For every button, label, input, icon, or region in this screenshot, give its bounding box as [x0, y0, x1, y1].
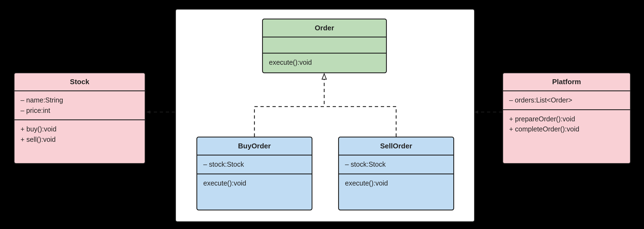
operation: + sell():void — [21, 134, 139, 145]
class-order: Order execute():void — [262, 19, 387, 73]
attribute: – price:int — [21, 105, 139, 116]
class-title: BuyOrder — [197, 137, 312, 155]
operation: execute():void — [203, 178, 306, 189]
class-title: Platform — [503, 73, 630, 91]
operation: execute():void — [269, 57, 380, 68]
class-attributes: – orders:List<Order> — [503, 91, 630, 110]
class-platform: Platform – orders:List<Order> + prepareO… — [502, 72, 631, 164]
class-buyorder: BuyOrder – stock:Stock execute():void — [196, 137, 312, 210]
class-operations: execute():void — [197, 174, 312, 210]
attribute: – name:String — [21, 95, 139, 105]
class-sellorder: SellOrder – stock:Stock execute():void — [338, 137, 454, 210]
class-operations: execute():void — [339, 174, 453, 210]
operation: execute():void — [345, 178, 447, 189]
attribute: – orders:List<Order> — [509, 95, 624, 105]
realize-sell-to-order — [324, 107, 396, 137]
class-operations: execute():void — [263, 54, 386, 72]
class-title: Order — [263, 19, 386, 37]
uml-diagram: Stock – name:String – price:int + buy():… — [0, 0, 644, 229]
class-attributes: – stock:Stock — [197, 155, 312, 174]
class-title: Stock — [14, 73, 145, 91]
class-attributes — [263, 37, 386, 54]
class-stock: Stock – name:String – price:int + buy():… — [14, 72, 146, 164]
operation: + completeOrder():void — [509, 124, 624, 134]
class-attributes: – name:String – price:int — [14, 91, 145, 120]
operation: + buy():void — [21, 124, 139, 134]
class-operations: + prepareOrder():void + completeOrder():… — [503, 110, 630, 163]
realize-buy-to-order — [254, 74, 324, 137]
class-title: SellOrder — [339, 137, 453, 155]
class-attributes: – stock:Stock — [339, 155, 453, 174]
attribute: – stock:Stock — [203, 159, 306, 170]
class-operations: + buy():void + sell():void — [14, 120, 145, 163]
attribute: – stock:Stock — [345, 159, 447, 170]
operation: + prepareOrder():void — [509, 114, 624, 124]
